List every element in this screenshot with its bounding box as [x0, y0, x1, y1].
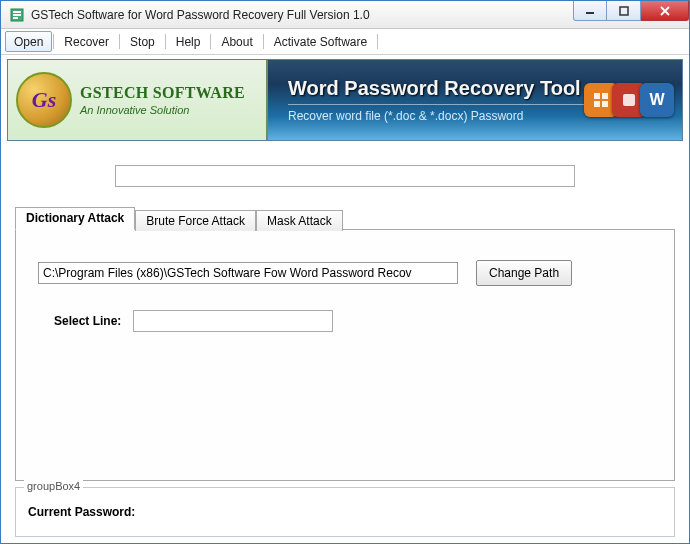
menu-open[interactable]: Open	[5, 31, 52, 52]
menu-about[interactable]: About	[212, 31, 261, 52]
application-window: GSTech Software for Word Password Recove…	[0, 0, 690, 544]
file-input-row	[15, 165, 675, 187]
svg-rect-10	[594, 101, 600, 107]
svg-rect-12	[623, 94, 635, 106]
menu-separator	[53, 34, 54, 49]
tab-dictionary-attack[interactable]: Dictionary Attack	[15, 207, 135, 230]
word-icon-glyph: W	[649, 91, 664, 109]
tab-mask-attack[interactable]: Mask Attack	[256, 210, 343, 231]
status-groupbox: groupBox4 Current Password:	[15, 487, 675, 537]
banner-brand: Gs GSTECH SOFTWARE An Innovative Solutio…	[8, 60, 268, 140]
window-title: GSTech Software for Word Password Recove…	[31, 8, 370, 22]
brand-logo-icon: Gs	[16, 72, 72, 128]
brand-name: GSTECH SOFTWARE	[80, 84, 245, 102]
select-line-label: Select Line:	[54, 314, 121, 328]
app-icon	[9, 7, 25, 23]
brand-tagline: An Innovative Solution	[80, 104, 245, 116]
menu-stop[interactable]: Stop	[121, 31, 164, 52]
banner-title-area: Word Password Recovery Tool Recover word…	[268, 60, 682, 140]
dictionary-path-row: Change Path	[38, 260, 652, 286]
svg-rect-3	[13, 17, 18, 19]
file-path-input[interactable]	[115, 165, 575, 187]
tab-page-dictionary: Change Path Select Line:	[15, 229, 675, 481]
close-button[interactable]	[641, 1, 689, 21]
svg-rect-5	[620, 7, 628, 15]
titlebar: GSTech Software for Word Password Recove…	[1, 1, 689, 29]
menu-help[interactable]: Help	[167, 31, 210, 52]
tab-brute-force-attack[interactable]: Brute Force Attack	[135, 210, 256, 231]
change-path-button[interactable]: Change Path	[476, 260, 572, 286]
select-line-row: Select Line:	[54, 310, 652, 332]
svg-rect-11	[602, 101, 608, 107]
svg-rect-1	[13, 11, 21, 13]
svg-rect-2	[13, 14, 21, 16]
attack-tabs: Dictionary Attack Brute Force Attack Mas…	[15, 205, 675, 481]
menu-separator	[165, 34, 166, 49]
menu-separator	[263, 34, 264, 49]
menubar: Open Recover Stop Help About Activate So…	[1, 29, 689, 55]
menu-activate[interactable]: Activate Software	[265, 31, 376, 52]
brand-text: GSTECH SOFTWARE An Innovative Solution	[80, 84, 245, 116]
current-password-label: Current Password:	[28, 505, 135, 519]
tab-strip: Dictionary Attack Brute Force Attack Mas…	[15, 205, 675, 229]
banner-app-icons: W	[590, 83, 674, 117]
menu-separator	[119, 34, 120, 49]
groupbox-label: groupBox4	[24, 480, 83, 492]
svg-rect-9	[602, 93, 608, 99]
menu-recover[interactable]: Recover	[55, 31, 118, 52]
svg-rect-8	[594, 93, 600, 99]
banner: Gs GSTECH SOFTWARE An Innovative Solutio…	[7, 59, 683, 141]
word-icon: W	[640, 83, 674, 117]
select-line-input[interactable]	[133, 310, 333, 332]
content-area: Dictionary Attack Brute Force Attack Mas…	[1, 141, 689, 543]
dictionary-path-input[interactable]	[38, 262, 458, 284]
menu-separator	[210, 34, 211, 49]
brand-logo-text: Gs	[32, 87, 56, 113]
window-controls	[573, 1, 689, 28]
maximize-button[interactable]	[607, 1, 641, 21]
minimize-button[interactable]	[573, 1, 607, 21]
menu-separator	[377, 34, 378, 49]
